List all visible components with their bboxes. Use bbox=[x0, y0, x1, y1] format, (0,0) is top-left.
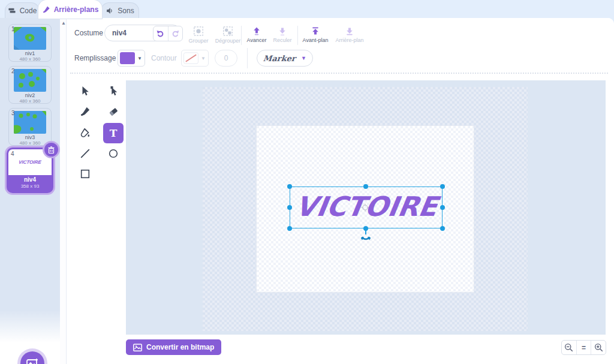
fill-color-picker[interactable]: ▼ bbox=[118, 50, 145, 67]
front-button[interactable]: Avant-plan bbox=[300, 23, 331, 47]
selection-handle-sw[interactable] bbox=[287, 226, 292, 231]
brush-tool[interactable] bbox=[75, 101, 95, 122]
costume-number: 4 bbox=[11, 151, 14, 157]
selection-handle-n[interactable] bbox=[363, 184, 368, 189]
backward-button[interactable]: Reculer bbox=[270, 23, 295, 47]
back-button[interactable]: Arrière-plan bbox=[332, 23, 367, 47]
undo-button[interactable] bbox=[154, 26, 168, 41]
zoom-reset-label: = bbox=[582, 344, 586, 352]
costume-name: niv1 bbox=[9, 50, 51, 56]
zoom-controls: = bbox=[561, 340, 606, 355]
tab-sounds-label: Sons bbox=[118, 7, 134, 15]
costume-list-scrollbar[interactable] bbox=[60, 18, 67, 364]
costume-field-label: Costume bbox=[74, 29, 103, 37]
ungroup-button[interactable]: Dégrouper bbox=[212, 23, 243, 47]
outline-width-input[interactable] bbox=[215, 50, 237, 67]
forward-button[interactable]: Avancer bbox=[243, 23, 270, 47]
rectangle-tool[interactable] bbox=[75, 164, 95, 184]
tab-code-label: Code bbox=[20, 7, 37, 15]
tab-backdrops[interactable]: Arrière-plans bbox=[38, 0, 102, 19]
no-outline-swatch bbox=[183, 52, 198, 64]
chevron-down-icon: ▼ bbox=[301, 55, 306, 61]
text-tool-icon: T bbox=[110, 127, 118, 139]
chevron-down-icon: ▼ bbox=[198, 56, 208, 61]
forward-label: Avancer bbox=[247, 37, 267, 43]
speaker-icon bbox=[106, 7, 114, 15]
scratch-paint-editor: Code Arrière-plans Sons 1 bbox=[0, 0, 614, 364]
group-icon bbox=[193, 26, 204, 37]
eraser-icon bbox=[108, 106, 119, 117]
costume-number: 2 bbox=[11, 68, 15, 74]
canvas-text[interactable]: VICTOIRE bbox=[283, 187, 449, 229]
undo-icon bbox=[156, 29, 165, 38]
font-dropdown-value: Marker bbox=[263, 54, 296, 63]
group-label: Grouper bbox=[188, 38, 208, 44]
arrow-down-icon bbox=[278, 26, 287, 36]
costume-name: niv4 bbox=[7, 176, 53, 183]
costume-preview-text: VICTOIRE bbox=[19, 160, 42, 165]
costume-size: 480 x 360 bbox=[9, 140, 51, 146]
zoom-out-icon bbox=[564, 343, 573, 352]
backward-label: Reculer bbox=[273, 37, 291, 43]
arrow-up-icon bbox=[252, 26, 261, 36]
convert-to-bitmap-label: Convertir en bitmap bbox=[146, 343, 214, 351]
trash-icon bbox=[48, 146, 55, 154]
reshape-tool[interactable] bbox=[103, 81, 124, 101]
font-dropdown[interactable]: Marker ▼ bbox=[257, 50, 313, 67]
costume-size: 480 x 360 bbox=[9, 98, 51, 104]
toolbar-canvas-separator bbox=[70, 73, 608, 74]
rectangle-icon bbox=[80, 169, 91, 179]
circle-tool[interactable] bbox=[103, 143, 124, 164]
line-tool[interactable] bbox=[75, 143, 95, 164]
editor-panel: 1 niv1 480 x 360 2 bbox=[0, 18, 614, 364]
selection-handle-ne[interactable] bbox=[440, 184, 445, 189]
tab-backdrops-label: Arrière-plans bbox=[54, 5, 99, 14]
fill-tool[interactable] bbox=[75, 123, 95, 143]
delete-costume-button[interactable] bbox=[44, 143, 58, 157]
rotation-handle[interactable] bbox=[360, 233, 371, 244]
zoom-out-button[interactable] bbox=[562, 341, 576, 354]
zoom-in-button[interactable] bbox=[591, 341, 606, 354]
rotate-icon bbox=[360, 234, 371, 242]
convert-to-bitmap-button[interactable]: Convertir en bitmap bbox=[126, 339, 221, 355]
selection-bounding-box[interactable]: VICTOIRE bbox=[290, 186, 443, 228]
outline-color-picker[interactable]: ▼ bbox=[181, 50, 209, 67]
redo-button[interactable] bbox=[168, 26, 182, 41]
fill-color-swatch bbox=[120, 52, 135, 64]
costume-number: 3 bbox=[11, 110, 15, 116]
toolbar-divider bbox=[297, 26, 298, 45]
selection-handle-nw[interactable] bbox=[287, 184, 292, 189]
costume-thumbnail-image bbox=[14, 111, 46, 134]
back-label: Arrière-plan bbox=[335, 37, 363, 43]
costume-size: 358 x 93 bbox=[7, 183, 53, 189]
costume-item-niv2[interactable]: 2 niv2 480 x 360 bbox=[8, 66, 52, 104]
paint-bucket-icon bbox=[80, 128, 91, 139]
costume-name: niv3 bbox=[9, 134, 51, 140]
scroll-up-arrow-icon[interactable]: ▲ bbox=[61, 20, 67, 26]
selection-handle-w[interactable] bbox=[287, 205, 292, 210]
paint-canvas[interactable]: VICTOIRE bbox=[126, 80, 606, 335]
group-button[interactable]: Grouper bbox=[185, 23, 212, 47]
circle-icon bbox=[108, 148, 119, 159]
text-tool-selected[interactable]: T bbox=[103, 123, 124, 143]
costume-item-niv4-selected[interactable]: 4 VICTOIRE niv4 358 x 93 bbox=[7, 148, 53, 193]
arrow-to-top-icon bbox=[311, 26, 320, 36]
zoom-reset-button[interactable]: = bbox=[576, 341, 591, 354]
costume-item-niv3[interactable]: 3 niv3 480 x 360 bbox=[8, 108, 52, 146]
tab-code[interactable]: Code bbox=[5, 2, 40, 19]
paint-editor-area: Costume bbox=[67, 18, 614, 364]
outline-label: Contour bbox=[151, 54, 177, 62]
brush-icon bbox=[80, 106, 91, 117]
zoom-in-icon bbox=[594, 343, 603, 352]
paintbrush-icon bbox=[42, 5, 50, 14]
costume-number: 1 bbox=[11, 26, 15, 32]
eraser-tool[interactable] bbox=[103, 101, 124, 122]
add-backdrop-icon bbox=[26, 358, 38, 364]
costume-item-niv1[interactable]: 1 niv1 480 x 360 bbox=[8, 24, 52, 62]
tab-sounds[interactable]: Sons bbox=[101, 2, 139, 19]
costume-name: niv2 bbox=[9, 92, 51, 98]
ungroup-icon bbox=[222, 26, 233, 37]
selection-handle-se[interactable] bbox=[440, 226, 445, 231]
select-tool[interactable] bbox=[75, 81, 95, 101]
selection-handle-e[interactable] bbox=[440, 205, 445, 210]
